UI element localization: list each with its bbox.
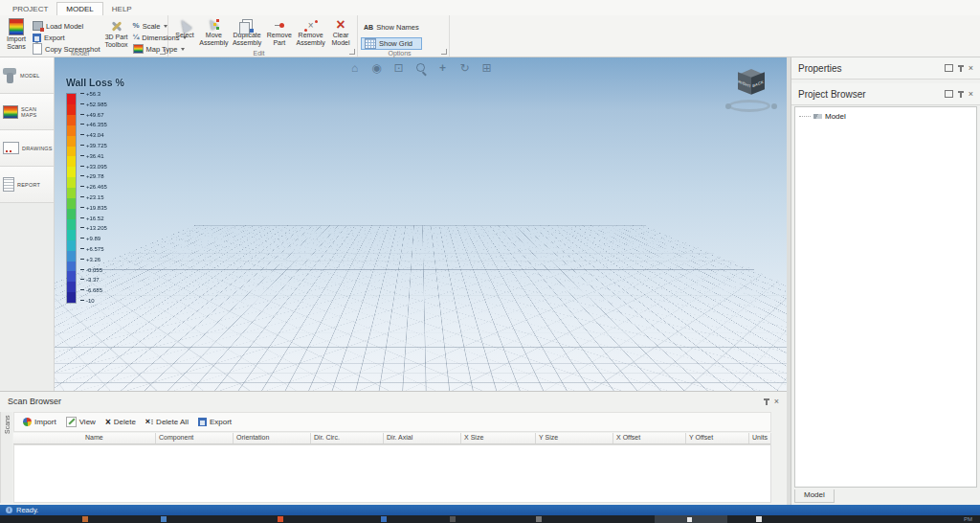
tab-model-panel[interactable]: Model [794,489,835,503]
3d-viewport[interactable]: Wall Loss % [55,57,787,391]
duplicate-assembly-icon [242,19,253,32]
taskbar-active-app[interactable] [655,515,727,523]
model-small-buttons: Load Model Export Copy Screenshot [30,16,103,55]
tree-item-model[interactable]: Model [795,107,976,125]
legend-color-bar [66,93,77,304]
toolbar-button-label: Delete [114,418,136,426]
taskbar-app-icon[interactable] [161,516,167,522]
show-grid-label: Show Grid [379,39,412,48]
export-button-ribbon[interactable]: Export [30,32,103,43]
remove-assembly-button[interactable]: Remove Assembly [294,16,327,55]
dialog-launcher-icon[interactable] [160,49,166,55]
scans-side-tab[interactable]: Scans [0,412,12,503]
legend-tick: +9.89 [80,236,107,241]
taskbar-app-icon[interactable] [278,516,283,522]
dialog-launcher-icon[interactable] [441,49,447,55]
sidebar-item-icon [3,105,18,119]
remove-assembly-label: Remove Assembly [295,32,326,47]
close-icon[interactable]: × [969,90,973,99]
scan-table-header: Name Component Orientation Dir. Circ. Di… [13,433,771,444]
import-scans-button[interactable]: Import Scans [3,16,30,55]
sidebar-item-icon [3,67,17,83]
load-model-button[interactable]: Load Model [30,20,103,32]
show-grid-toggle[interactable]: Show Grid [361,37,422,50]
legend-tick-labels: +56.3 +52.985 +49.67 +46.355 +43.04 +39.… [80,91,107,304]
view-cube[interactable]: RIGHT BACK [725,69,777,115]
orbit-icon[interactable] [370,61,384,75]
right-panel: Properties × Project Browser × Model Mod [791,57,980,505]
taskbar-app-icon[interactable] [450,516,456,522]
column-header[interactable]: X Size [461,433,536,443]
column-header[interactable]: X Offset [613,433,686,443]
properties-header: Properties × [791,57,980,80]
sidebar-item-drawings[interactable]: DRAWINGS [0,130,54,167]
import-button[interactable]: Import [18,416,61,428]
export-button[interactable]: Export [193,416,236,428]
tab-project[interactable]: PROJECT [4,3,56,15]
taskbar-app-icon[interactable] [82,516,88,522]
float-window-icon[interactable] [945,90,953,98]
column-header[interactable]: Name [82,433,156,443]
view-cube-body[interactable]: RIGHT BACK [738,69,765,100]
legend-title: Wall Loss % [66,77,124,88]
view-navigation-toolbar [343,60,500,76]
remove-part-button[interactable]: Remove Part [264,16,294,55]
legend-tick: +43.04 [80,132,107,138]
pan-icon[interactable] [436,61,450,75]
tab-help[interactable]: HELP [103,3,141,15]
column-header[interactable]: Component [156,433,234,443]
scan-table-body[interactable] [13,444,771,503]
zoom-icon[interactable] [414,61,428,75]
pin-icon[interactable] [766,398,768,405]
pin-icon[interactable] [960,91,962,98]
legend-color-segment [67,94,76,104]
column-header[interactable]: Y Size [536,433,613,443]
taskbar-app-icon[interactable] [381,516,387,522]
column-header[interactable]: Orientation [234,433,311,443]
taskbar-app-icon[interactable] [536,516,542,522]
taskbar-app-icon[interactable] [756,516,762,522]
view-cube-ring[interactable] [728,100,770,112]
rotate-icon[interactable] [458,61,472,75]
float-window-icon[interactable] [945,64,953,72]
sidebar-item-scan-maps[interactable]: SCAN MAPS [0,94,54,130]
ribbon-tab-row: PROJECT MODEL HELP [0,0,980,15]
group-label-edit: Edit [168,50,349,57]
column-header[interactable]: Y Offset [686,433,749,443]
delete-button[interactable]: Delete [100,416,141,428]
legend-tick: +26.465 [80,184,107,190]
select-button[interactable]: Select [171,16,198,55]
view-button[interactable]: View [61,415,100,429]
column-header[interactable]: Dir. Circ. [311,433,384,443]
column-header[interactable]: Dir. Axial [384,433,461,443]
part-toolbox-button[interactable]: 3D Part Toolbox [103,16,130,55]
fit-icon[interactable] [480,61,494,75]
import-scans-label: Import Scans [4,35,29,51]
duplicate-assembly-button[interactable]: Duplicate Assembly [230,16,265,55]
home-icon[interactable] [348,61,362,75]
tab-model[interactable]: MODEL [56,2,102,15]
dialog-launcher-icon[interactable] [349,49,355,55]
part-toolbox-icon [109,19,123,34]
close-icon[interactable]: × [774,398,779,406]
scan-browser-panel: Scan Browser × Scans Import View [0,391,787,505]
sidebar-item-model[interactable]: MODEL [0,57,54,94]
legend-color-segment [67,251,76,262]
view-cube-right-face[interactable]: BACK [751,72,765,95]
legend-color-segment [67,147,76,157]
legend-color-segment [67,167,76,177]
view-cube-knob-left[interactable] [725,103,731,109]
scans-side-tab-label: Scans [4,416,11,434]
legend-color-segment [67,115,76,125]
column-header[interactable]: Units [749,433,771,443]
scan-table-scroll-strip[interactable] [770,433,785,503]
close-icon[interactable]: × [969,64,973,73]
select-view-icon[interactable] [392,61,406,75]
sidebar-item-report[interactable]: REPORT [0,167,54,203]
pin-icon[interactable] [960,65,962,72]
view-cube-knob-right[interactable] [771,103,777,109]
delete-all-button[interactable]: Delete All [141,416,193,428]
show-names-button[interactable]: AB Show Names [361,21,422,33]
import-scans-icon [9,18,24,35]
move-assembly-button[interactable]: Move Assembly [198,16,230,55]
